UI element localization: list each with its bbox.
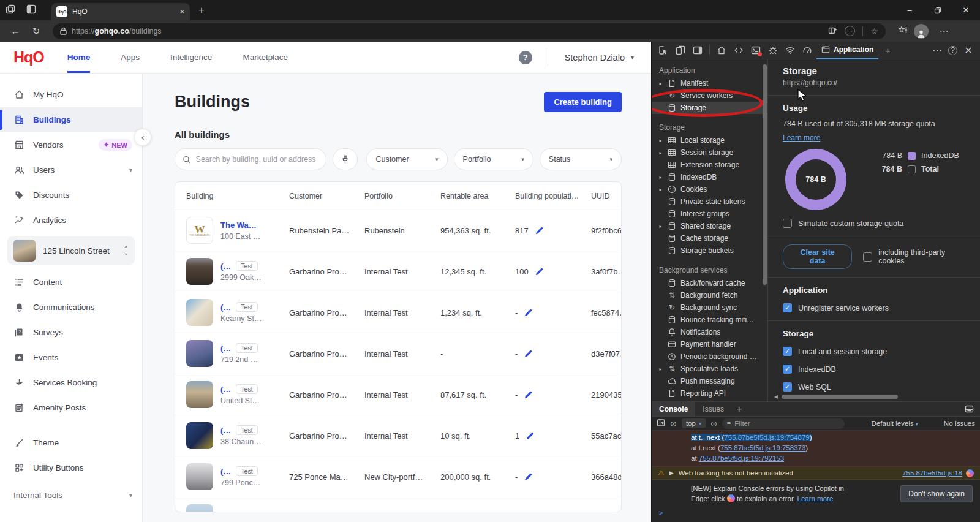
warning-source-link[interactable]: 755.87be5f5d.js:18: [902, 469, 962, 477]
edit-population-icon[interactable]: [524, 390, 533, 399]
building-link[interactable]: (…: [221, 303, 231, 312]
tree-item-indexeddb[interactable]: ▸IndexedDB: [652, 171, 767, 183]
expand-arrow-icon[interactable]: ▸: [658, 175, 663, 180]
sidebar-collapse-button[interactable]: ‹: [134, 129, 151, 146]
tree-item-push-messaging[interactable]: Push messaging: [652, 375, 767, 387]
no-issues-label[interactable]: No Issues: [944, 420, 975, 427]
network-icon[interactable]: [782, 42, 798, 58]
status-filter-dropdown[interactable]: Status ▾: [540, 148, 622, 170]
sidebar-item-vendors[interactable]: Vendors ✦NEW: [0, 132, 142, 157]
tree-item-back-forward-cache[interactable]: Back/forward cache: [652, 277, 767, 289]
local-session-row[interactable]: ✓Local and session storage: [783, 347, 965, 356]
user-menu[interactable]: Stephen Dzialo: [565, 53, 625, 62]
tree-item-storage[interactable]: Storage: [652, 102, 767, 114]
copilot-explain-icon[interactable]: [966, 469, 974, 477]
workspaces-icon[interactable]: [0, 4, 21, 17]
tree-item-notifications[interactable]: Notifications: [652, 326, 767, 338]
building-selector[interactable]: 125 Lincoln Street ⌃⌄: [7, 236, 135, 265]
tab-console[interactable]: Console: [652, 402, 695, 416]
inspect-element-icon[interactable]: [655, 42, 671, 58]
split-screen-icon[interactable]: [828, 26, 837, 36]
expand-arrow-icon[interactable]: ▸: [658, 187, 663, 192]
close-button[interactable]: ✕: [952, 0, 980, 20]
table-row[interactable]: (…TestUnited St… Garbarino Pro… Internal…: [175, 374, 621, 415]
third-party-row[interactable]: including third-party cookies: [863, 248, 965, 265]
sidebar-item-communications[interactable]: Communications: [0, 295, 142, 320]
table-row[interactable]: (…Test719 2nd … Garbarino Pro… Internal …: [175, 333, 621, 374]
tree-item-local-storage[interactable]: ▸Local storage: [652, 134, 767, 146]
tree-item-background-fetch[interactable]: ⇅Background fetch: [652, 289, 767, 301]
third-party-checkbox[interactable]: [863, 252, 872, 262]
table-row[interactable]: (…TestKearny St… Garbarino Pro… Internal…: [175, 292, 621, 333]
debugger-icon[interactable]: [765, 42, 781, 58]
nav-home[interactable]: Home: [67, 42, 91, 73]
edit-population-icon[interactable]: [535, 267, 544, 276]
indexeddb-checkbox[interactable]: ✓: [783, 365, 792, 374]
sidebar-item-users[interactable]: Users ▾: [0, 157, 142, 183]
tree-item-manifest[interactable]: ▸Manifest: [652, 77, 767, 89]
new-tab-button[interactable]: +: [198, 4, 205, 17]
edit-population-icon[interactable]: [535, 226, 544, 235]
default-levels-dropdown[interactable]: Default levels ▾: [872, 420, 935, 427]
building-link[interactable]: (…: [221, 467, 231, 476]
building-link[interactable]: (…: [221, 385, 231, 394]
building-link[interactable]: (…: [221, 426, 231, 435]
table-row[interactable]: (…Test2999 Oak… Garbarino Pro… Internal …: [175, 251, 621, 292]
tab-actions-icon[interactable]: [21, 4, 42, 17]
expand-arrow-icon[interactable]: ▸: [658, 224, 663, 229]
warning-message[interactable]: ⚠ ▶ Web tracking has not been initialize…: [652, 467, 980, 480]
scrollbar-thumb[interactable]: [782, 395, 898, 399]
console-sidebar-icon[interactable]: [657, 418, 665, 429]
sidebar-item-internal-tools[interactable]: Internal Tools ▾: [0, 483, 142, 508]
console-filter[interactable]: ≡: [722, 418, 845, 429]
table-row[interactable]: WTHE WANAMAKER The Wa…100 East … Rubenst…: [175, 210, 621, 251]
tree-item-background-sync[interactable]: ↻Background sync: [652, 301, 767, 314]
sidebar-item-amenity-posts[interactable]: Amenity Posts: [0, 395, 142, 420]
expand-arrow-icon[interactable]: ▸: [658, 366, 663, 372]
stack-link[interactable]: 755.87be5f5d.js:19:754879: [724, 434, 809, 441]
panel-layout-icon[interactable]: [690, 42, 706, 58]
tree-item-cookies[interactable]: ▸Cookies: [652, 183, 767, 195]
table-row[interactable]: (…Test799 Ponc… 725 Ponce Ma… New City-p…: [175, 456, 621, 497]
edit-population-icon[interactable]: [524, 308, 533, 317]
edit-population-icon[interactable]: [524, 349, 533, 358]
portfolio-filter-dropdown[interactable]: Portfolio ▾: [454, 148, 533, 170]
devtools-help-icon[interactable]: ?: [948, 46, 957, 55]
building-link[interactable]: The Wa…: [221, 221, 260, 230]
unregister-checkbox[interactable]: ✓: [783, 303, 792, 312]
sources-panel-icon[interactable]: [731, 42, 747, 58]
tab-application[interactable]: Application: [816, 42, 878, 59]
simulate-quota-row[interactable]: Simulate custom storage quota: [783, 219, 965, 228]
users-caret-icon[interactable]: ▾: [129, 167, 132, 173]
dont-show-again-button[interactable]: Don't show again: [900, 485, 973, 502]
minimize-button[interactable]: –: [895, 0, 924, 20]
user-caret-icon[interactable]: ▾: [631, 54, 634, 61]
building-link[interactable]: (…: [221, 262, 231, 271]
sidebar-item-services-booking[interactable]: Services Booking: [0, 370, 142, 395]
tree-item-interest-groups[interactable]: Interest groups: [652, 208, 767, 220]
browser-menu-icon[interactable]: ⋯: [935, 26, 953, 37]
profile-avatar[interactable]: [914, 24, 932, 39]
building-selector-carets-icon[interactable]: ⌃⌄: [124, 246, 129, 255]
stack-link[interactable]: 755.87be5f5d.js:19:792153: [699, 455, 784, 462]
browser-tab[interactable]: HqO HqO ✕: [51, 3, 190, 20]
clear-site-data-button[interactable]: Clear site data: [783, 244, 852, 269]
console-filter-input[interactable]: [734, 420, 840, 427]
devtools-menu-icon[interactable]: ⋯: [929, 42, 945, 58]
add-drawer-tab-icon[interactable]: +: [731, 404, 747, 415]
refresh-icon[interactable]: ↻: [27, 26, 45, 37]
sidebar-item-buildings[interactable]: Buildings: [0, 107, 142, 132]
sidebar-item-content[interactable]: Content: [0, 270, 142, 295]
favorite-star-icon[interactable]: ☆: [870, 26, 878, 36]
sidebar-item-utility-buttons[interactable]: Utility Buttons: [0, 455, 142, 480]
restore-button[interactable]: [924, 0, 952, 20]
back-icon[interactable]: ←: [6, 26, 24, 36]
tree-item-extension-storage[interactable]: Extension storage: [652, 159, 767, 171]
search-input[interactable]: [196, 155, 319, 164]
tree-item-shared-storage[interactable]: ▸Shared storage: [652, 220, 767, 232]
unregister-row[interactable]: ✓Unregister service workers: [783, 303, 965, 312]
expand-arrow-icon[interactable]: ▸: [658, 138, 663, 143]
nav-apps[interactable]: Apps: [121, 42, 140, 73]
tree-item-payment-handler[interactable]: Payment handler: [652, 338, 767, 350]
stack-link[interactable]: 755.87be5f5d.js:19:758373: [720, 444, 805, 452]
